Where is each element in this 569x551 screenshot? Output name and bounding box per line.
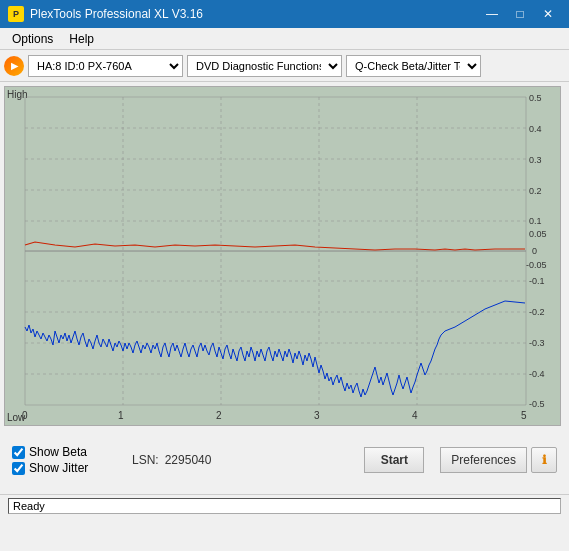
svg-text:-0.1: -0.1	[529, 276, 545, 286]
svg-text:0.05: 0.05	[529, 229, 547, 239]
svg-text:0: 0	[22, 410, 28, 421]
svg-text:4: 4	[412, 410, 418, 421]
drive-icon: ▶	[4, 56, 24, 76]
title-bar: P PlexTools Professional XL V3.16 — □ ✕	[0, 0, 569, 28]
show-jitter-row: Show Jitter	[12, 461, 122, 475]
svg-text:0.2: 0.2	[529, 186, 542, 196]
show-beta-row: Show Beta	[12, 445, 122, 459]
start-button[interactable]: Start	[364, 447, 424, 473]
svg-text:0.4: 0.4	[529, 124, 542, 134]
status-text: Ready	[8, 498, 561, 514]
svg-text:-0.3: -0.3	[529, 338, 545, 348]
test-select[interactable]: Q-Check Beta/Jitter Test	[346, 55, 481, 77]
preferences-button[interactable]: Preferences	[440, 447, 527, 473]
svg-text:0.3: 0.3	[529, 155, 542, 165]
window-controls: — □ ✕	[479, 4, 561, 24]
window-title: PlexTools Professional XL V3.16	[30, 7, 479, 21]
checkboxes-area: Show Beta Show Jitter	[12, 445, 122, 475]
lsn-label: LSN:	[132, 453, 159, 467]
function-select[interactable]: DVD Diagnostic Functions	[187, 55, 342, 77]
svg-text:-0.2: -0.2	[529, 307, 545, 317]
app-icon: P	[8, 6, 24, 22]
menu-help[interactable]: Help	[61, 30, 102, 48]
info-button[interactable]: ℹ	[531, 447, 557, 473]
bottom-panel: Show Beta Show Jitter LSN: 2295040 Start…	[4, 430, 565, 490]
svg-text:-0.5: -0.5	[529, 399, 545, 409]
svg-text:2: 2	[216, 410, 222, 421]
minimize-button[interactable]: —	[479, 4, 505, 24]
svg-text:3: 3	[314, 410, 320, 421]
show-jitter-checkbox[interactable]	[12, 462, 25, 475]
chart-container: High Low	[4, 86, 561, 426]
toolbar: ▶ HA:8 ID:0 PX-760A DVD Diagnostic Funct…	[0, 50, 569, 82]
chart-background: High Low	[5, 87, 560, 425]
svg-text:-0.05: -0.05	[526, 260, 547, 270]
close-button[interactable]: ✕	[535, 4, 561, 24]
main-content: High Low	[0, 82, 569, 494]
menu-options[interactable]: Options	[4, 30, 61, 48]
svg-text:5: 5	[521, 410, 527, 421]
svg-text:0.5: 0.5	[529, 93, 542, 103]
svg-text:-0.4: -0.4	[529, 369, 545, 379]
lsn-value: 2295040	[165, 453, 212, 467]
lsn-area: LSN: 2295040	[132, 453, 211, 467]
show-jitter-label: Show Jitter	[29, 461, 88, 475]
show-beta-label: Show Beta	[29, 445, 87, 459]
menu-bar: Options Help	[0, 28, 569, 50]
status-bar: Ready	[0, 494, 569, 516]
show-beta-checkbox[interactable]	[12, 446, 25, 459]
svg-text:1: 1	[118, 410, 124, 421]
preferences-area: Preferences ℹ	[440, 447, 557, 473]
maximize-button[interactable]: □	[507, 4, 533, 24]
drive-select[interactable]: HA:8 ID:0 PX-760A	[28, 55, 183, 77]
chart-svg: 0.5 0.4 0.3 0.2 0.1 0.05 0 -0.05 -0.1 -0…	[5, 87, 561, 426]
svg-text:0.1: 0.1	[529, 216, 542, 226]
svg-text:0: 0	[532, 246, 537, 256]
